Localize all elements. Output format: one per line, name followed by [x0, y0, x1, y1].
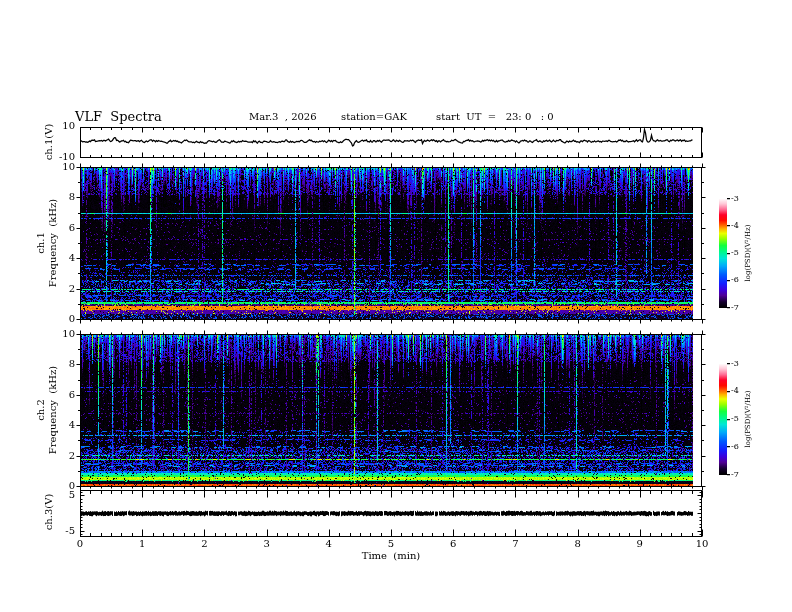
y-tick-label: 8	[41, 359, 75, 369]
x-tick-label: 6	[436, 539, 470, 549]
colorbar1-label: log(PSD)(V²/Hz)	[743, 194, 753, 312]
colorbar-tick-label: -6	[731, 443, 739, 451]
colorbar2-label: log(PSD)(V²/Hz)	[743, 360, 753, 478]
y-tick-label: 8	[41, 192, 75, 202]
y-tick-label: 6	[41, 223, 75, 233]
plot-canvas	[0, 0, 792, 612]
x-tick-label: 1	[125, 539, 159, 549]
colorbar-tick-label: -7	[731, 471, 739, 479]
y-tick-label: 2	[41, 284, 75, 294]
colorbar-tick-label: -3	[731, 195, 739, 203]
y-tick-label: 0	[41, 314, 75, 324]
colorbar-tick-label: -6	[731, 276, 739, 284]
colorbar-tick-label: -5	[731, 415, 739, 423]
colorbar-tick-label: -7	[731, 304, 739, 312]
figure-date: Mar.3 , 2026	[249, 112, 317, 122]
x-tick-label: 5	[374, 539, 408, 549]
figure-station: station=GAK	[341, 112, 407, 122]
y-tick-label: 10	[41, 121, 75, 131]
x-axis-title: Time (min)	[331, 551, 451, 561]
axis-label-ch1-frequency: Frequency (kHz)	[47, 163, 59, 323]
y-tick-label: 4	[41, 253, 75, 263]
x-tick-label: 0	[63, 539, 97, 549]
x-tick-label: 3	[250, 539, 284, 549]
colorbar-tick-label: -4	[731, 222, 739, 230]
x-tick-label: 4	[312, 539, 346, 549]
x-tick-label: 9	[623, 539, 657, 549]
y-tick-label: 5	[41, 490, 75, 500]
y-tick-label: 10	[41, 329, 75, 339]
y-tick-label: 10	[41, 162, 75, 172]
vlf-spectra-figure: VLF Spectra Mar.3 , 2026 station=GAK sta…	[0, 0, 792, 612]
colorbar-tick-label: -3	[731, 360, 739, 368]
colorbar-tick-label: -5	[731, 249, 739, 257]
y-tick-label: 2	[41, 451, 75, 461]
figure-start-ut: start UT = 23: 0 : 0	[436, 112, 554, 122]
x-tick-label: 10	[685, 539, 719, 549]
y-tick-label: 4	[41, 420, 75, 430]
axis-label-ch1: ch.1	[35, 163, 47, 323]
x-tick-label: 8	[561, 539, 595, 549]
x-tick-label: 7	[498, 539, 532, 549]
y-tick-label: -5	[41, 526, 75, 536]
axis-label-ch3-volts: ch.3(V)	[43, 442, 55, 582]
x-tick-label: 2	[187, 539, 221, 549]
y-tick-label: 6	[41, 390, 75, 400]
figure-title: VLF Spectra	[75, 110, 162, 123]
colorbar-tick-label: -4	[731, 387, 739, 395]
